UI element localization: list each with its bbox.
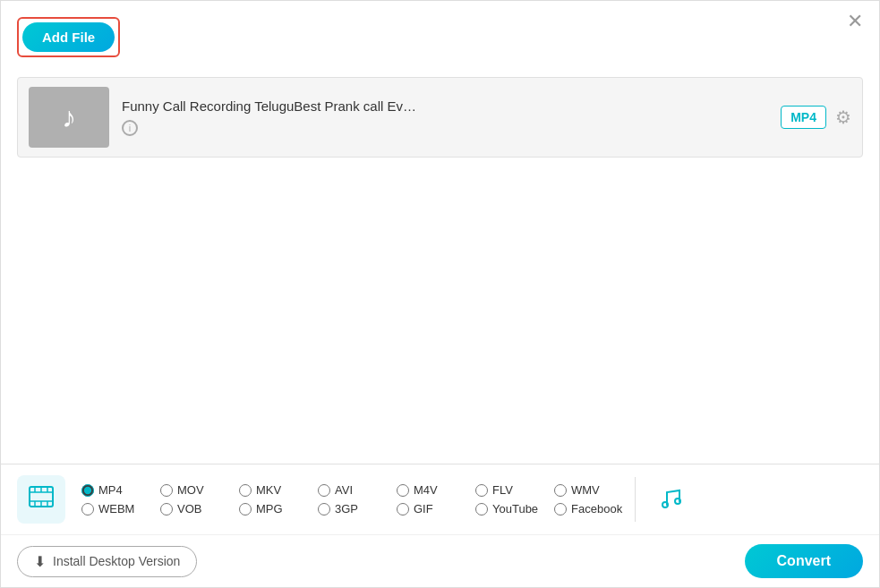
format-row-2: WEBM VOB MPG 3GP GIF YouTube [81, 502, 622, 516]
svg-point-10 [675, 499, 680, 504]
convert-button[interactable]: Convert [745, 544, 863, 578]
format-badge: MP4 [781, 106, 826, 129]
action-bar: ⬇ Install Desktop Version Convert [1, 534, 879, 587]
radio-vob[interactable] [160, 503, 173, 516]
download-icon: ⬇ [34, 553, 46, 570]
add-file-button[interactable]: Add File [22, 22, 115, 52]
bottom-section: MP4 MOV MKV AVI M4V FLV WM [1, 464, 879, 587]
install-button[interactable]: ⬇ Install Desktop Version [17, 546, 197, 577]
format-option-youtube[interactable]: YouTube [475, 502, 538, 516]
format-option-mkv[interactable]: MKV [239, 483, 302, 497]
radio-flv[interactable] [475, 484, 488, 497]
radio-mp4[interactable] [81, 484, 94, 497]
svg-point-9 [662, 502, 668, 507]
format-option-facebook[interactable]: Facebook [554, 502, 622, 516]
radio-mkv[interactable] [239, 484, 252, 497]
radio-webm[interactable] [81, 503, 94, 516]
file-thumbnail: ♪ [29, 87, 109, 148]
format-bar: MP4 MOV MKV AVI M4V FLV WM [1, 464, 879, 534]
format-option-avi[interactable]: AVI [318, 483, 380, 497]
format-option-mpg[interactable]: MPG [239, 502, 302, 516]
close-button[interactable]: ✕ [847, 12, 863, 31]
radio-gif[interactable] [397, 503, 409, 516]
format-icon-box[interactable] [17, 475, 65, 524]
file-info: Funny Call Recording TeluguBest Prank ca… [122, 98, 768, 136]
radio-m4v[interactable] [397, 484, 409, 497]
format-option-flv[interactable]: FLV [475, 483, 538, 497]
format-row-1: MP4 MOV MKV AVI M4V FLV WM [81, 483, 622, 497]
film-icon [28, 483, 55, 516]
audio-icon-box[interactable] [648, 477, 693, 522]
format-grid: MP4 MOV MKV AVI M4V FLV WM [81, 483, 622, 516]
format-option-gif[interactable]: GIF [397, 502, 459, 516]
format-option-3gp[interactable]: 3GP [318, 502, 380, 516]
radio-3gp[interactable] [318, 503, 330, 516]
gear-icon[interactable]: ⚙ [835, 107, 851, 128]
format-option-mp4[interactable]: MP4 [81, 483, 144, 497]
file-list: ♪ Funny Call Recording TeluguBest Prank … [17, 77, 863, 158]
info-icon[interactable]: i [122, 120, 138, 136]
radio-wmv[interactable] [554, 484, 567, 497]
format-option-m4v[interactable]: M4V [397, 483, 459, 497]
file-actions: MP4 ⚙ [781, 106, 851, 129]
format-option-mov[interactable]: MOV [160, 483, 223, 497]
vertical-divider [635, 477, 636, 522]
music-note-icon: ♪ [62, 101, 76, 134]
format-option-webm[interactable]: WEBM [81, 502, 144, 516]
add-file-area: Add File [17, 17, 120, 57]
radio-facebook[interactable] [554, 503, 567, 516]
audio-note-icon [656, 483, 685, 516]
format-option-vob[interactable]: VOB [160, 502, 223, 516]
radio-mpg[interactable] [239, 503, 252, 516]
radio-avi[interactable] [318, 484, 330, 497]
file-name: Funny Call Recording TeluguBest Prank ca… [122, 98, 768, 114]
format-option-wmv[interactable]: WMV [554, 483, 617, 497]
radio-youtube[interactable] [475, 503, 488, 516]
radio-mov[interactable] [160, 484, 173, 497]
install-label: Install Desktop Version [53, 554, 180, 568]
